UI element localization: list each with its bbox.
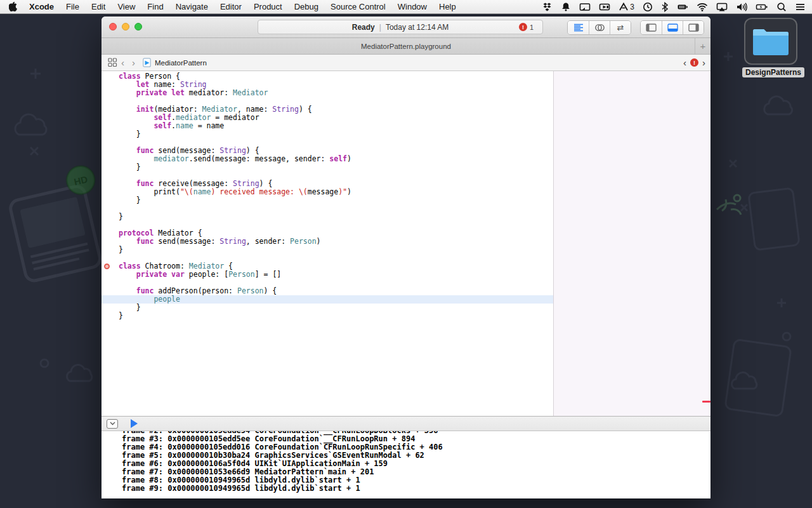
menu-item-editor[interactable]: Editor [220, 2, 242, 11]
traffic-lights [109, 23, 142, 30]
code-line[interactable]: } [102, 130, 553, 138]
dropbox-icon[interactable] [542, 2, 553, 12]
navigator-panel-icon [646, 23, 657, 32]
hide-debug-area-button[interactable] [107, 419, 118, 429]
code-token: people [154, 295, 180, 304]
code-token: String [272, 105, 299, 114]
menu-item-source-control[interactable]: Source Control [331, 2, 386, 11]
apple-menu[interactable] [0, 1, 29, 12]
tab-mediatorpattern-playground[interactable]: MediatorPattern.playground [361, 43, 451, 50]
previous-issue-button[interactable]: ‹ [683, 58, 686, 67]
editor-mode-buttons: ⇄ [567, 20, 631, 35]
battery-charging-icon[interactable] [756, 2, 768, 12]
code-line[interactable]: people [102, 295, 553, 304]
menu-item-help[interactable]: Help [439, 2, 456, 11]
back-button[interactable]: ‹ [117, 58, 128, 67]
menu-item-edit[interactable]: Edit [91, 2, 105, 11]
notifications-bell-icon[interactable] [561, 2, 571, 12]
battery-meter-icon[interactable] [677, 2, 688, 12]
code-token: . [171, 113, 176, 122]
toggle-debug-area-button[interactable] [662, 21, 683, 34]
add-tab-button[interactable]: + [695, 38, 710, 54]
code-line[interactable]: } [102, 246, 553, 254]
code-token: Chatroom: [141, 262, 189, 271]
code-token [119, 146, 136, 155]
notification-center-icon[interactable] [795, 2, 806, 12]
airplay-icon[interactable] [716, 2, 728, 12]
menu-item-find[interactable]: Find [147, 2, 163, 11]
bluetooth-icon[interactable] [661, 2, 669, 12]
code-token: = name [193, 121, 224, 130]
zoom-button[interactable] [134, 23, 142, 30]
code-token: self [329, 154, 347, 163]
code-token: } [119, 163, 141, 171]
issue-badge[interactable]: ! 1 [519, 23, 534, 31]
code-token: Mediator [233, 88, 268, 97]
close-button[interactable] [109, 23, 117, 30]
window-toolbar: Ready | Today at 12:14 AM ! 1 ⇄ [102, 17, 710, 38]
code-token: { [224, 262, 233, 271]
version-editor-icon: ⇄ [617, 23, 624, 32]
code-token: Person [290, 237, 317, 246]
code-token: private [136, 88, 167, 97]
menu-item-xcode[interactable]: Xcode [29, 2, 54, 11]
code-line[interactable]: } [102, 213, 553, 221]
code-token: Mediator { [154, 229, 202, 237]
tab-bar: MediatorPattern.playground + [102, 38, 710, 55]
code-line[interactable]: self.name = name [102, 122, 553, 130]
code-token: name [193, 187, 211, 196]
run-playground-button[interactable] [131, 419, 138, 428]
forward-button[interactable]: › [128, 58, 139, 67]
menu-item-view[interactable]: View [117, 2, 135, 11]
minimize-button[interactable] [122, 23, 129, 30]
error-ring-icon[interactable] [104, 264, 110, 269]
code-line[interactable]: print("\(name) received message: \(messa… [102, 188, 553, 196]
related-items-button[interactable] [108, 58, 117, 67]
menu-item-product[interactable]: Product [254, 2, 282, 11]
menu-item-window[interactable]: Window [398, 2, 427, 11]
code-line[interactable]: private var people: [Person] = [] [102, 271, 553, 279]
version-editor-button[interactable]: ⇄ [610, 21, 631, 34]
toggle-navigator-button[interactable] [641, 21, 662, 34]
code-line[interactable] [102, 204, 553, 213]
next-issue-button[interactable]: › [702, 58, 705, 67]
code-token: , sender: [246, 237, 290, 246]
code-line[interactable]: } [102, 312, 553, 320]
wifi-icon[interactable] [697, 2, 708, 12]
console-output[interactable]: frame #2: 0x0000000105edde54 CoreFoundat… [102, 431, 710, 498]
time-machine-icon[interactable] [643, 2, 653, 12]
code-token: } [119, 196, 141, 204]
screen-recording-icon[interactable] [599, 2, 610, 12]
code-line[interactable]: func send(message: String, sender: Perso… [102, 237, 553, 246]
adobe-cc-icon[interactable]: 3 [619, 2, 634, 12]
folder-label: DesignPatterns [742, 67, 804, 77]
code-line[interactable]: mediator.send(message: message, sender: … [102, 155, 553, 163]
code-token: Person [228, 270, 255, 279]
code-token: ) { [299, 105, 312, 114]
assistant-editor-button[interactable] [589, 21, 610, 34]
code-token: Mediator [189, 262, 224, 271]
spotlight-search-icon[interactable] [776, 2, 787, 12]
code-token: func [136, 286, 154, 295]
display-mirroring-icon[interactable] [579, 2, 591, 12]
code-line[interactable]: } [102, 304, 553, 312]
code-token [119, 154, 154, 163]
code-line[interactable]: } [102, 196, 553, 204]
toggle-inspector-button[interactable] [683, 21, 704, 34]
issue-badge-icon[interactable]: ! [690, 58, 698, 67]
menu-item-file[interactable]: File [66, 2, 79, 11]
menu-item-navigate[interactable]: Navigate [176, 2, 208, 11]
code-editor[interactable]: class Person { let name: String private … [102, 71, 553, 416]
code-token: } [119, 311, 123, 320]
menu-item-debug[interactable]: Debug [294, 2, 318, 11]
code-line[interactable]: private let mediator: Mediator [102, 89, 553, 97]
desktop-folder-designpatterns[interactable]: DesignPatterns [742, 18, 799, 77]
standard-editor-button[interactable] [568, 21, 589, 34]
volume-icon[interactable] [736, 2, 747, 12]
code-token: func [136, 146, 154, 155]
status-ready-label: Ready [352, 23, 375, 32]
code-token [119, 121, 154, 130]
code-line[interactable]: } [102, 163, 553, 171]
jump-bar-file-segment[interactable]: MediatorPattern [143, 58, 207, 67]
code-token: receive(message: [154, 179, 233, 188]
